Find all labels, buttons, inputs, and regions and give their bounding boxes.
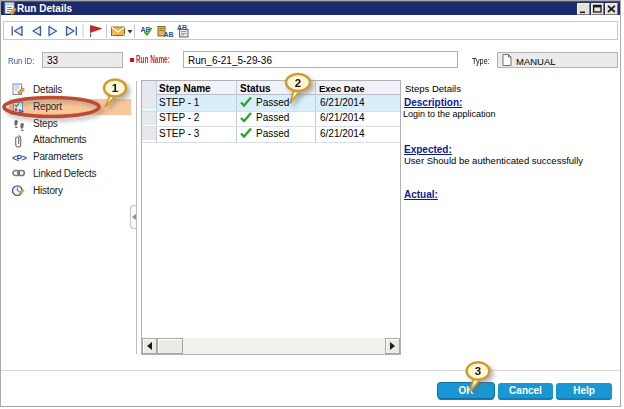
- svg-text:<P>: <P>: [12, 153, 27, 163]
- svg-text:1: 1: [112, 82, 119, 94]
- svg-text:AB: AB: [164, 31, 174, 38]
- svg-text:2: 2: [295, 77, 301, 89]
- svg-text:3: 3: [475, 365, 481, 377]
